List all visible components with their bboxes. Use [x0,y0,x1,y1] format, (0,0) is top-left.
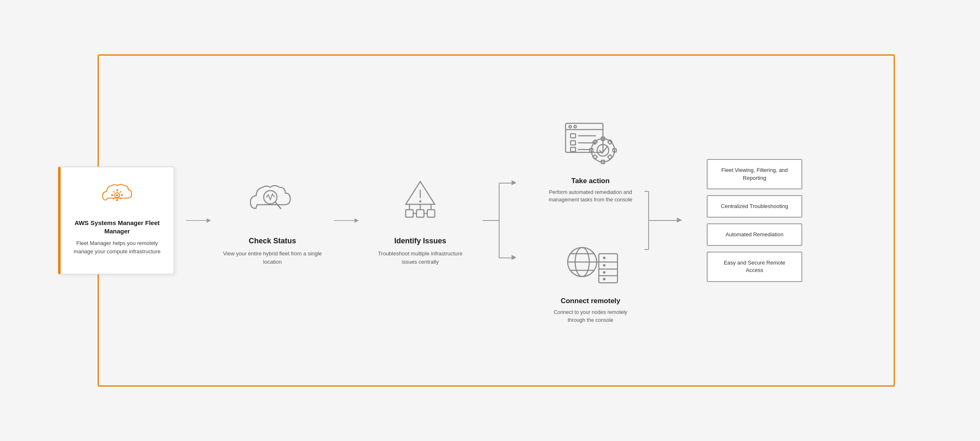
svg-rect-42 [571,141,576,145]
connect-remotely-icon [559,237,622,291]
output-fleet-viewing: Fleet Viewing, Filtering, and Reporting [707,159,802,189]
arrow-1 [186,214,211,227]
check-status-step: Check Status View your entire hybrid fle… [223,175,322,266]
svg-rect-40 [571,134,576,138]
connect-remotely-description: Connect to your nodes remotely through t… [545,309,636,324]
svg-line-9 [113,198,114,199]
output-easy-secure-access: Easy and Secure Remote Access [707,252,802,282]
svg-line-8 [120,191,121,192]
svg-marker-35 [512,255,516,260]
aws-card-description: Fleet Manager helps you remotely manage … [69,239,165,255]
aws-card-icon [98,177,136,212]
output-boxes: Fleet Viewing, Filtering, and Reporting … [707,159,802,282]
svg-rect-22 [406,210,413,217]
svg-rect-10 [116,189,118,191]
output-automated-remediation: Automated Remediation [707,223,802,246]
svg-line-6 [113,191,114,192]
svg-rect-55 [593,154,597,159]
take-action-icon [559,117,622,171]
connect-remotely-branch: Connect remotely Connect to your nodes r… [545,237,636,324]
identify-issues-step: Identify Issues Troubleshoot multiple in… [370,175,470,266]
svg-rect-23 [416,210,424,217]
svg-point-68 [603,278,605,280]
take-action-title: Take action [571,177,610,185]
svg-marker-19 [355,218,359,223]
identify-issues-icon [393,175,447,229]
svg-rect-11 [116,199,118,201]
output-centralized-troubleshooting: Centralized Troubleshooting [707,195,802,218]
svg-point-39 [574,125,576,128]
arrow-2 [334,214,359,227]
svg-point-21 [419,201,421,203]
aws-systems-manager-card: AWS Systems Manager Fleet Manager Fleet … [58,167,174,274]
aws-card-title: AWS Systems Manager Fleet Manager [69,219,165,235]
check-status-icon [245,175,299,229]
svg-marker-74 [677,218,682,223]
branch-section: Take action Perform automated remediatio… [545,117,636,324]
svg-point-65 [603,257,605,259]
svg-point-1 [116,194,118,196]
svg-marker-33 [512,180,516,185]
identify-issues-description: Troubleshoot multiple infrastructure iss… [370,250,470,266]
svg-point-38 [569,125,571,128]
diagram-container: AWS Systems Manager Fleet Manager Fleet … [33,34,947,407]
identify-issues-title: Identify Issues [394,237,446,245]
svg-line-7 [120,198,121,199]
svg-point-66 [603,264,605,267]
svg-rect-24 [427,210,435,217]
svg-rect-44 [571,147,576,152]
svg-rect-61 [599,254,617,283]
take-action-description: Perform automated remediation and manage… [545,189,636,204]
output-arrow-connector [644,158,686,283]
svg-rect-12 [111,194,113,196]
svg-rect-13 [121,194,123,196]
fork-connector [483,150,516,291]
check-status-title: Check Status [249,237,296,245]
svg-marker-15 [207,218,211,223]
svg-point-67 [603,271,605,274]
svg-line-17 [275,202,281,208]
take-action-branch: Take action Perform automated remediatio… [545,117,636,204]
main-layout: AWS Systems Manager Fleet Manager Fleet … [33,117,947,324]
connect-remotely-title: Connect remotely [561,297,620,305]
check-status-description: View your entire hybrid fleet from a sin… [223,250,322,266]
